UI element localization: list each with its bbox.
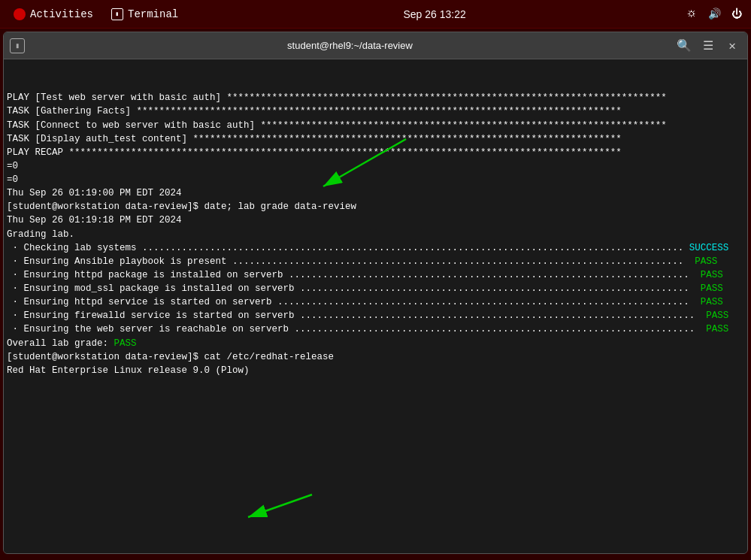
terminal-line: =0 bbox=[7, 173, 744, 186]
terminal-line: Grading lab. bbox=[7, 228, 744, 241]
terminal-line: PLAY [Test web server with basic auth] *… bbox=[7, 91, 744, 104]
terminal-line: Thu Sep 26 01:19:18 PM EDT 2024 bbox=[7, 213, 744, 227]
terminal-titlebar-icon: ▮ bbox=[10, 38, 25, 53]
terminal-line: Overall lab grade: PASS bbox=[7, 337, 744, 350]
network-icon[interactable]: ⛭ bbox=[685, 8, 698, 21]
terminal-line: TASK [Display auth_test content] *******… bbox=[7, 132, 744, 146]
volume-icon[interactable]: 🔊 bbox=[707, 8, 721, 21]
power-icon[interactable]: ⏻ bbox=[730, 8, 743, 21]
system-bar: Activities ▮ Terminal Sep 26 13:22 ⛭ 🔊 ⏻ bbox=[0, 0, 751, 29]
terminal-line: · Ensuring httpd service is started on s… bbox=[7, 295, 744, 309]
titlebar-actions: 🔍 ☰ ✕ bbox=[675, 37, 741, 55]
menu-button[interactable]: ☰ bbox=[699, 37, 717, 55]
terminal-icon: ▮ bbox=[111, 8, 123, 20]
system-tray: ⛭ 🔊 ⏻ bbox=[685, 8, 743, 21]
activities-label: Activities bbox=[30, 8, 93, 20]
terminal-title: student@rhel9:~/data-review bbox=[31, 40, 669, 51]
search-button[interactable]: 🔍 bbox=[675, 37, 693, 55]
terminal-content[interactable]: PLAY [Test web server with basic auth] *… bbox=[4, 59, 747, 554]
close-button[interactable]: ✕ bbox=[723, 37, 741, 55]
datetime-display: Sep 26 13:22 bbox=[403, 8, 465, 20]
terminal-taskbar-label: Terminal bbox=[128, 8, 178, 20]
terminal-window: ▮ student@rhel9:~/data-review 🔍 ☰ ✕ PLAY… bbox=[3, 32, 748, 554]
terminal-line: [student@workstation data-review]$ date;… bbox=[7, 200, 744, 213]
terminal-line: · Checking lab systems .................… bbox=[7, 241, 744, 255]
terminal-line: · Ensuring httpd package is installed on… bbox=[7, 268, 744, 282]
terminal-line: Red Hat Enterprise Linux release 9.0 (Pl… bbox=[7, 364, 744, 377]
terminal-line: Thu Sep 26 01:19:00 PM EDT 2024 bbox=[7, 186, 744, 200]
terminal-line: · Ensuring Ansible playbook is present .… bbox=[7, 255, 744, 268]
terminal-line: · Ensuring firewalld service is started … bbox=[7, 309, 744, 322]
terminal-line: TASK [Gathering Facts] *****************… bbox=[7, 104, 744, 118]
terminal-taskbar-button[interactable]: ▮ Terminal bbox=[105, 5, 184, 23]
terminal-line: =0 bbox=[7, 159, 744, 173]
terminal-line: PLAY RECAP *****************************… bbox=[7, 146, 744, 159]
terminal-titlebar: ▮ student@rhel9:~/data-review 🔍 ☰ ✕ bbox=[4, 32, 747, 59]
terminal-line: TASK [Connect to web server with basic a… bbox=[7, 119, 744, 132]
rhel-logo-icon bbox=[14, 8, 26, 20]
terminal-line: [student@workstation data-review]$ cat /… bbox=[7, 350, 744, 364]
terminal-line: · Ensuring the web server is reachable o… bbox=[7, 322, 744, 336]
activities-button[interactable]: Activities bbox=[8, 5, 99, 23]
terminal-line: · Ensuring mod_ssl package is installed … bbox=[7, 282, 744, 295]
